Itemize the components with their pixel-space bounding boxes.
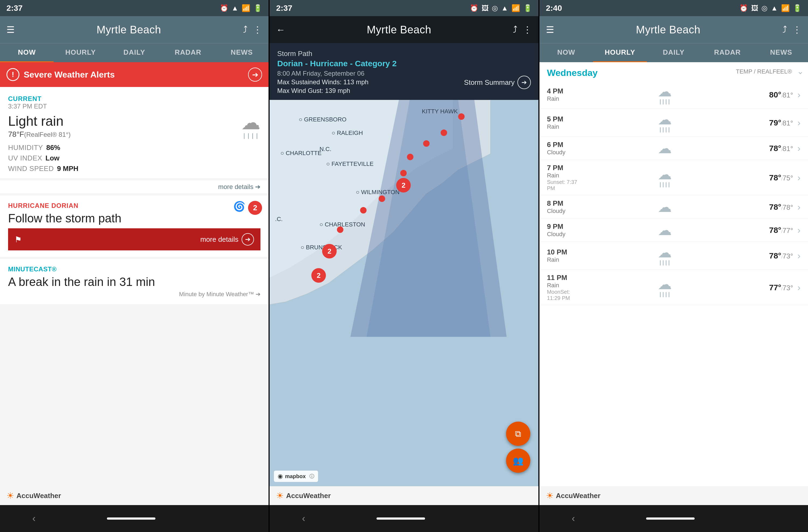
status-bar-2: 2:37 ⏰ 🖼 ◎ ▲ 📶 🔋 — [270, 0, 538, 16]
panel-now: 2:37 ⏰ ▲ 📶 🔋 ☰ Myrtle Beach ⤴ ⋮ NOW HOUR… — [0, 0, 269, 532]
minutecast-sub[interactable]: Minute by Minute Weather™ ➔ — [8, 291, 260, 298]
status-time-1: 2:37 — [6, 3, 23, 13]
hour-expand-icon[interactable]: › — [797, 143, 801, 153]
hour-temp-value: 78° — [769, 173, 781, 182]
cat2-dot-1: 2 — [396, 178, 411, 192]
hour-feel-value: 77° — [783, 226, 793, 234]
hourly-row[interactable]: 6 PM Cloudy ☁ 78°/81° › — [539, 137, 808, 160]
share-icon-1[interactable]: ⤴ — [243, 24, 247, 35]
hourly-row[interactable]: 11 PM Rain MoonSet: 11:29 PM ☁| | | | 77… — [539, 270, 808, 305]
hour-expand-icon[interactable]: › — [797, 282, 801, 293]
hour-expand-icon[interactable]: › — [797, 172, 801, 183]
more-details-current[interactable]: more details ➔ — [0, 180, 269, 193]
community-fab[interactable]: 👥 — [506, 449, 530, 473]
current-row: Light rain 78°F(RealFeel® 81°) ☁ | | | | — [8, 113, 260, 139]
cat2-dot-2: 2 — [322, 244, 337, 259]
tab-radar-3[interactable]: RADAR — [700, 43, 754, 62]
more-icon-3[interactable]: ⋮ — [792, 24, 802, 35]
tab-news-1[interactable]: NEWS — [215, 43, 269, 62]
map-container[interactable]: ○ GREENSBORO ○ RALEIGH KITTY HAWK N.C. ○… — [270, 100, 538, 486]
day-header: Wednesday ⌄ TEMP / REALFEEL® — [539, 62, 808, 81]
hour-condition: Rain — [547, 123, 579, 130]
hurricane-more-details[interactable]: ⚑ more details ➔ — [8, 228, 260, 250]
minutecast-text: A break in the rain in 31 min — [8, 275, 260, 289]
hour-sub: MoonSet: 11:29 PM — [547, 289, 579, 301]
banner-more-text: more details — [22, 235, 238, 244]
back-arrow-2[interactable]: ‹ — [302, 513, 305, 524]
back-arrow-3[interactable]: ‹ — [572, 513, 575, 524]
hourly-row[interactable]: 7 PM Rain Sunset: 7:37 PM ☁| | | | 78°/7… — [539, 160, 808, 195]
hour-expand-icon[interactable]: › — [797, 117, 801, 128]
alarm-icon-2: ⏰ — [470, 4, 478, 13]
hurricane-swirl-icon: 🌀 — [233, 201, 245, 212]
hour-temp-value: 78° — [769, 251, 781, 260]
storm-summary-button[interactable]: Storm Summary ➔ — [464, 76, 531, 89]
hour-temp-value: 78° — [769, 144, 781, 153]
back-arrow-1[interactable]: ‹ — [32, 513, 36, 524]
alarm-icon: ⏰ — [220, 4, 228, 13]
hour-condition: Cloudy — [547, 231, 579, 238]
battery-icon: 🔋 — [254, 4, 262, 13]
tab-now-1[interactable]: NOW — [0, 43, 54, 62]
more-icon-1[interactable]: ⋮ — [253, 24, 262, 35]
city-name-1: Myrtle Beach — [20, 24, 238, 36]
photo-icon-3: 🖼 — [751, 4, 758, 13]
chevron-down-icon[interactable]: ⌄ — [797, 66, 804, 76]
hurricane-label: HURRICANE DORIAN — [8, 202, 260, 209]
share-icon-2[interactable]: ⤴ — [513, 24, 517, 35]
hour-icon: ☁ — [584, 200, 746, 214]
alert-arrow-icon: ➔ — [248, 68, 262, 81]
hourly-row[interactable]: 9 PM Cloudy ☁ 78°/77° › — [539, 218, 808, 242]
more-icon-2[interactable]: ⋮ — [523, 24, 532, 35]
tab-daily-1[interactable]: DAILY — [108, 43, 161, 62]
target-icon-2: ◎ — [492, 4, 498, 13]
hurricane-title: Follow the storm path — [8, 212, 260, 225]
menu-icon-1[interactable]: ☰ — [6, 24, 15, 35]
hour-expand-icon[interactable]: › — [797, 250, 801, 261]
hour-expand-icon[interactable]: › — [797, 202, 801, 212]
hourly-row[interactable]: 4 PM Rain ☁| | | | 80°/81° › — [539, 81, 808, 109]
target-icon-3: ◎ — [761, 4, 768, 13]
tab-daily-3[interactable]: DAILY — [647, 43, 700, 62]
hour-sub: Sunset: 7:37 PM — [547, 179, 579, 191]
cloud-icon: ☁ — [658, 141, 672, 155]
tab-radar-1[interactable]: RADAR — [161, 43, 215, 62]
tab-now-3[interactable]: NOW — [539, 43, 593, 62]
hour-time-block: 6 PM Cloudy — [547, 140, 579, 156]
hour-icon: ☁ — [584, 141, 746, 155]
tab-hourly-1[interactable]: HOURLY — [54, 43, 107, 62]
hour-condition: Rain — [547, 95, 579, 102]
status-icons-3: ⏰ 🖼 ◎ ▲ 📶 🔋 — [739, 4, 802, 13]
share-icon-3[interactable]: ⤴ — [783, 24, 787, 35]
hour-feel-value: 81° — [783, 145, 793, 153]
menu-icon-3[interactable]: ☰ — [546, 24, 554, 35]
tab-news-3[interactable]: NEWS — [754, 43, 808, 62]
hour-expand-icon[interactable]: › — [797, 89, 801, 100]
back-icon-2[interactable]: ← — [276, 24, 285, 35]
current-label: CURRENT — [8, 95, 260, 102]
current-weather-section: CURRENT 3:37 PM EDT Light rain 78°F(Real… — [0, 87, 269, 178]
hour-icon: ☁ — [584, 223, 746, 237]
home-pill-3[interactable] — [646, 517, 695, 519]
people-icon: 👥 — [513, 456, 524, 466]
home-pill-2[interactable] — [377, 517, 425, 519]
bottom-bar-1: ‹ — [0, 505, 269, 532]
hour-temp-value: 80° — [769, 90, 781, 99]
sun-icon-2: ☀ — [276, 491, 284, 501]
alert-warning-icon: ! — [6, 68, 19, 81]
home-pill-1[interactable] — [107, 517, 155, 519]
hourly-row[interactable]: 8 PM Cloudy ☁ 78°/78° › — [539, 195, 808, 218]
hour-feel-value: 81° — [783, 91, 793, 99]
hour-time: 5 PM — [547, 115, 579, 123]
layers-fab[interactable]: ⧉ — [506, 422, 530, 446]
hour-expand-icon[interactable]: › — [797, 225, 801, 235]
hourly-row[interactable]: 5 PM Rain ☁| | | | 79°/81° › — [539, 109, 808, 137]
hour-time: 9 PM — [547, 222, 579, 231]
hour-temps: 78°/77° — [750, 226, 793, 235]
nav-tabs-1: NOW HOURLY DAILY RADAR NEWS — [0, 43, 269, 62]
severe-alert[interactable]: ! Severe Weather Alerts ➔ — [0, 62, 269, 87]
hour-time-block: 11 PM Rain MoonSet: 11:29 PM — [547, 273, 579, 301]
tab-hourly-3[interactable]: HOURLY — [593, 43, 647, 62]
hourly-row[interactable]: 10 PM Rain ☁| | | | 78°/73° › — [539, 242, 808, 270]
current-time: 3:37 PM EDT — [8, 102, 260, 110]
